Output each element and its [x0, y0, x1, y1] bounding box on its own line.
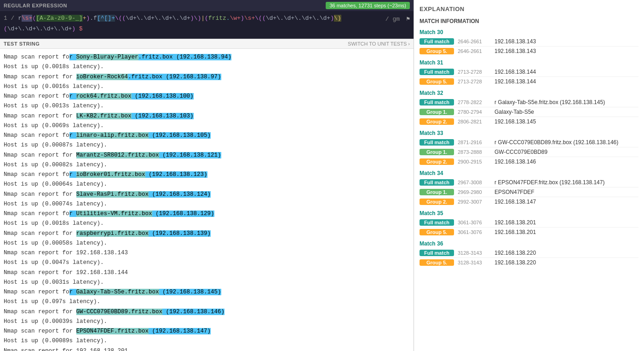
- match-highlight-group1: Marantz-SR8012.fritz.box: [76, 152, 159, 158]
- match-row: Full match2967-3008r EPSON47FDEF.fritz.b…: [420, 178, 638, 187]
- match-badge-group5: Group 5.: [420, 48, 454, 54]
- match-highlight-group2: (192.168.138.97): [166, 74, 221, 80]
- match-badge-group1: Group 1.: [420, 109, 454, 115]
- match-group: Match 30Full match2646-2661192.168.138.1…: [420, 29, 638, 56]
- match-number: Match 31: [420, 59, 638, 66]
- match-number: Match 36: [420, 240, 638, 247]
- match-highlight-full: LK-KB2.fritz.box (192.168.138.103): [76, 113, 194, 119]
- match-highlight-group2: (192.168.138.121): [162, 152, 221, 158]
- match-range: 2873-2888: [458, 149, 494, 155]
- right-panel: EXPLANATION MATCH INFORMATION Match 30Fu…: [414, 0, 644, 351]
- match-badge-group2: Group 2.: [420, 199, 454, 205]
- match-value: 192.168.138.220: [494, 250, 536, 256]
- regex-header: REGULAR EXPRESSION 36 matches, 12731 ste…: [0, 0, 414, 11]
- match-range: 2780-2794: [458, 109, 494, 115]
- match-highlight-full: GW-CCC079E0BD89.fritz.box (192.168.138.1…: [76, 309, 225, 315]
- match-badge-group1: Group 1.: [420, 149, 454, 155]
- match-value: 192.168.138.145: [494, 118, 536, 125]
- regex-section-title: REGULAR EXPRESSION: [4, 3, 67, 8]
- bookmark-icon[interactable]: ⚑: [406, 15, 410, 24]
- match-value: r EPSON47FDEF.fritz.box (192.168.138.147…: [494, 179, 604, 186]
- match-value: 192.168.138.143: [494, 38, 536, 45]
- match-row: Group 5.2646-2661192.168.138.143: [420, 47, 638, 56]
- match-badge-full: Full match: [420, 38, 454, 45]
- match-number: Match 35: [420, 210, 638, 216]
- left-panel: REGULAR EXPRESSION 36 matches, 12731 ste…: [0, 0, 414, 351]
- match-highlight-group2: (192.168.138.129): [155, 211, 214, 217]
- match-range: 2713-2728: [458, 79, 494, 84]
- match-value: 192.168.138.147: [494, 199, 536, 205]
- match-range: 3061-3076: [458, 220, 494, 225]
- match-highlight-group1: rock64.fritz.box: [76, 93, 132, 99]
- match-highlight-full: r rock64.fritz.box (192.168.138.100): [69, 93, 194, 99]
- match-highlight-group2: (192.168.138.146): [166, 309, 225, 315]
- match-highlight-full: r Sony-Bluray-Player.fritz.box (192.168.…: [69, 54, 232, 60]
- match-badge-group5: Group 5.: [420, 229, 454, 235]
- match-highlight-group2: (192.168.138.139): [152, 230, 211, 237]
- match-range: 2713-2728: [458, 69, 494, 75]
- match-range: 2778-2822: [458, 99, 494, 105]
- match-highlight-group2: (192.168.138.103): [135, 113, 194, 119]
- match-value: GW-CCC079E0BD89: [494, 149, 547, 155]
- match-highlight-group2: (192.168.138.100): [135, 93, 194, 99]
- match-value: 192.168.138.144: [494, 78, 536, 85]
- match-range: 2646-2661: [458, 39, 494, 44]
- match-highlight-group1: ioBroker01.fritz.box: [76, 171, 145, 178]
- match-badge-full: Full match: [420, 69, 454, 75]
- match-range: 3128-3143: [458, 250, 494, 256]
- match-row: Full match3128-3143192.168.138.220: [420, 248, 638, 258]
- match-highlight-group2: (192.168.138.147): [152, 328, 211, 334]
- match-highlight-group1: GW-CCC079E0BD89.fritz.box: [76, 309, 163, 315]
- test-content-area[interactable]: Nmap scan report for Sony-Bluray-Player.…: [0, 49, 414, 351]
- match-badge-group2: Group 2.: [420, 158, 454, 165]
- match-highlight-full: r linaro-alip.fritz.box (192.168.138.105…: [69, 132, 211, 139]
- match-value: 192.168.138.220: [494, 259, 536, 266]
- match-highlight-group1: Utilities-VM.fritz.box: [76, 211, 152, 217]
- match-highlight-group1: Galaxy-Tab-S5e.fritz.box: [76, 289, 159, 295]
- regex-flags: / gm: [385, 15, 400, 24]
- match-badge-full: Full match: [420, 219, 454, 226]
- match-row: Group 1.2969-2980EPSON47FDEF: [420, 187, 638, 197]
- match-badge-group5: Group 5.: [420, 259, 454, 266]
- match-group: Match 33Full match2871-2916r GW-CCC079E0…: [420, 130, 638, 166]
- match-highlight-full: raspberrypi.fritz.box (192.168.138.139): [76, 230, 211, 237]
- match-highlight-group1: ioBroker-Rock64: [76, 74, 128, 80]
- match-highlight-full: r Galaxy-Tab-S5e.fritz.box (192.168.138.…: [69, 289, 221, 295]
- match-range: 2967-3008: [458, 180, 494, 185]
- match-highlight-full: EPSON47FDEF.fritz.box (192.168.138.147): [76, 328, 211, 334]
- match-badge-full: Full match: [420, 139, 454, 146]
- match-number: Match 32: [420, 90, 638, 96]
- match-range: 2646-2661: [458, 48, 494, 54]
- match-value: 192.168.138.146: [494, 158, 536, 165]
- match-highlight-group2: (192.168.138.94): [176, 54, 231, 60]
- match-highlight-full: Slave-RasPi.fritz.box (192.168.138.124): [76, 191, 211, 198]
- test-section: TEST STRING SWITCH TO UNIT TESTS Nmap sc…: [0, 39, 414, 351]
- match-value: 192.168.138.143: [494, 48, 536, 54]
- match-row: Full match2646-2661192.168.138.143: [420, 37, 638, 47]
- match-group: Match 34Full match2967-3008r EPSON47FDEF…: [420, 170, 638, 206]
- match-highlight-group1: EPSON47FDEF.fritz.box: [76, 328, 149, 334]
- match-value: r GW-CCC079E0BD89.fritz.box (192.168.138…: [494, 139, 618, 146]
- regex-input[interactable]: 1 / r\s+([A-Za-z0-9-_]+).f[^[]+\((\d+\.\…: [0, 11, 414, 39]
- switch-to-unit-tests-button[interactable]: SWITCH TO UNIT TESTS: [348, 41, 410, 47]
- match-group: Match 35Full match3061-3076192.168.138.2…: [420, 210, 638, 237]
- match-highlight-group1: raspberrypi.fritz.box: [76, 230, 149, 237]
- match-row: Group 2.2806-2821192.168.138.145: [420, 117, 638, 126]
- match-range: 2992-3007: [458, 199, 494, 205]
- match-highlight-full: r Utilities-VM.fritz.box (192.168.138.12…: [69, 211, 214, 217]
- match-number: Match 30: [420, 29, 638, 35]
- match-value: EPSON47FDEF: [494, 189, 535, 195]
- match-info-title: MATCH INFORMATION: [420, 18, 638, 24]
- match-badge-full: Full match: [420, 179, 454, 186]
- match-highlight-group2: (192.168.138.105): [152, 132, 211, 139]
- match-highlight-full: Marantz-SR8012.fritz.box (192.168.138.12…: [76, 152, 221, 158]
- regex-section: REGULAR EXPRESSION 36 matches, 12731 ste…: [0, 0, 414, 39]
- match-range: 2871-2916: [458, 140, 494, 145]
- match-value: 192.168.138.201: [494, 219, 536, 226]
- match-highlight-group2: (192.168.138.124): [152, 191, 211, 198]
- match-highlight-full: r ioBroker01.fritz.box (192.168.138.123): [69, 171, 207, 178]
- match-row: Full match2713-2728192.168.138.144: [420, 67, 638, 77]
- match-group: Match 31Full match2713-2728192.168.138.1…: [420, 59, 638, 86]
- match-badge-full: Full match: [420, 99, 454, 105]
- match-row: Group 2.2900-2915192.168.138.146: [420, 157, 638, 166]
